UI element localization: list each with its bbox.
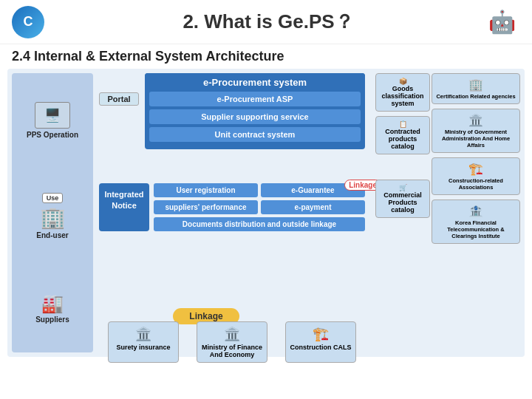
supplier-service: Supplier supporting service — [149, 109, 361, 124]
right-column: 🏢 Certification Related agencies 🏛️ Mini… — [432, 73, 520, 352]
pps-icon: 🖥️ — [35, 102, 70, 129]
pps-label: PPS Operation — [27, 131, 78, 139]
goods-label: Goods classification system — [379, 85, 426, 107]
left-column: 🖥️ PPS Operation Use 🏢 End-user 🏭 Suppli… — [12, 73, 93, 352]
integrated-area: Integrated Notice User registration e-Gu… — [99, 183, 365, 231]
commercial-products-box: 🛒 Commercial Products catalog — [375, 180, 430, 218]
suppliers-performance-cell: suppliers' performance — [154, 200, 258, 214]
eprocurement-asp: e-Procurement ASP — [149, 92, 361, 106]
goods-icon: 📦 — [379, 78, 426, 85]
suppliers-icon: 🏭 — [41, 293, 64, 314]
construction-label: Construction CALS — [289, 344, 352, 351]
surety-icon: 🏛️ — [112, 326, 175, 342]
ministry-finance-label: Ministry of Finance And Economy — [200, 344, 264, 358]
agency-construction-assoc-box: 🏗️ Construction-related Associations — [432, 157, 520, 195]
contracted-products-box: 📋 Contracted products catalog — [375, 116, 430, 154]
end-user-box: Use 🏢 End-user — [36, 193, 68, 239]
e-payment-cell: e-payment — [261, 200, 365, 214]
header: C 2. What is Ge.PS？ 🤖 — [0, 0, 532, 44]
inner-function-boxes: User registration e-Guarantee suppliers'… — [154, 183, 365, 231]
ministry-finance-icon: 🏛️ — [200, 326, 264, 342]
subtitle: 2.4 Internal & External System Architect… — [0, 44, 532, 69]
unit-contract: Unit contract system — [149, 127, 361, 142]
mascot-icon: 🤖 — [483, 4, 520, 41]
certification-label: Certification Related agencies — [435, 93, 516, 100]
page-title: 2. What is Ge.PS？ — [53, 9, 483, 35]
user-registration-cell: User registration — [154, 183, 258, 197]
agency-certification-box: 🏢 Certification Related agencies — [432, 73, 520, 104]
korea-financial-icon: 🏦 — [435, 204, 516, 218]
ministry-home-label: Ministry of Government Administration An… — [435, 129, 516, 149]
construction-assoc-label: Construction-related Associations — [435, 177, 516, 191]
suppliers-box: 🏭 Suppliers — [35, 293, 69, 324]
use-badge: Use — [42, 193, 64, 203]
agency-korea-financial-box: 🏦 Korea Financial Telecommunication & Cl… — [432, 200, 520, 244]
logo-icon: C — [12, 6, 44, 38]
commercial-label: Commercial Products catalog — [379, 191, 426, 214]
docs-distribution-cell: Documents distribution and outside linka… — [154, 217, 365, 231]
construction-cals-box: 🏗️ Construction CALS — [285, 321, 356, 363]
pps-operation-box: 🖥️ PPS Operation — [27, 102, 78, 139]
surety-insurance-box: 🏛️ Surety insurance — [108, 321, 179, 363]
goods-classification-box: 📦 Goods classification system — [375, 73, 430, 112]
commercial-icon: 🛒 — [379, 184, 426, 191]
end-user-label: End-user — [36, 231, 68, 239]
portal-label: Portal — [99, 92, 139, 106]
ministry-finance-box: 🏛️ Ministry of Finance And Economy — [197, 321, 267, 363]
contracted-icon: 📋 — [379, 120, 426, 128]
suppliers-label: Suppliers — [35, 316, 69, 324]
construction-icon: 🏗️ — [289, 326, 352, 342]
contracted-label: Contracted products catalog — [379, 128, 426, 150]
construction-assoc-icon: 🏗️ — [435, 162, 516, 176]
center-column: Portal e-Procurement system e-Procuremen… — [99, 73, 365, 352]
certification-icon: 🏢 — [435, 78, 516, 92]
surety-label: Surety insurance — [112, 344, 175, 351]
bottom-external-row: 🏛️ Surety insurance 🏛️ Ministry of Finan… — [99, 321, 365, 363]
agency-ministry-home-box: 🏛️ Ministry of Government Administration… — [432, 109, 520, 153]
ministry-home-icon: 🏛️ — [435, 113, 516, 127]
diagram-area: 🖥️ PPS Operation Use 🏢 End-user 🏭 Suppli… — [7, 69, 525, 357]
eprocurement-system-box: e-Procurement system e-Procurement ASP S… — [145, 73, 365, 154]
integrated-notice-box: Integrated Notice — [99, 183, 149, 231]
korea-financial-label: Korea Financial Telecommunication & Clea… — [435, 219, 516, 239]
eprocurement-title: e-Procurement system — [145, 73, 365, 92]
end-user-icon: 🏢 — [40, 205, 66, 230]
